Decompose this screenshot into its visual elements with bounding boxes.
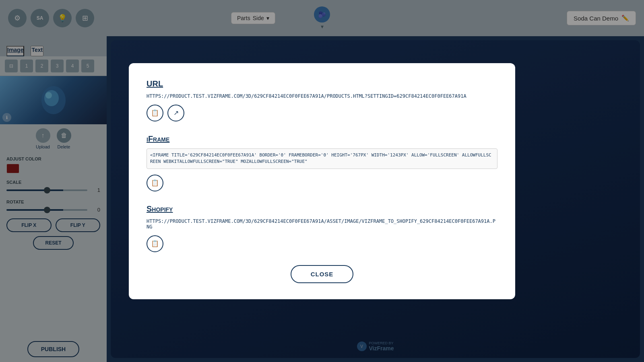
close-button[interactable]: Close: [291, 265, 354, 283]
shopify-copy-button[interactable]: 📋: [147, 235, 163, 252]
url-section-title: URL: [147, 79, 497, 88]
url-open-button[interactable]: ↗: [167, 105, 184, 121]
external-link-icon: ↗: [173, 109, 179, 117]
iframe-section-title: iFrame: [147, 134, 497, 144]
shopify-clipboard-icon: 📋: [151, 240, 159, 247]
modal-close-row: Close: [147, 265, 497, 283]
url-btn-row: 📋 ↗: [147, 105, 497, 121]
clipboard-icon: 📋: [151, 109, 159, 117]
modal-dialog: URL HTTPS://PRODUCT.TEST.VIZFRAME.COM/3D…: [129, 63, 515, 299]
shopify-section: Shopify HTTPS://PRODUCT.TEST.VIZFRAME.CO…: [147, 204, 497, 252]
shopify-btn-row: 📋: [147, 235, 497, 252]
url-copy-button[interactable]: 📋: [147, 105, 163, 121]
iframe-code-text: <IFRAME TITLE='629CF84214EC0F0FEE67A91A'…: [147, 148, 497, 169]
iframe-copy-button[interactable]: 📋: [147, 175, 163, 191]
shopify-section-title: Shopify: [147, 204, 497, 214]
modal-overlay: URL HTTPS://PRODUCT.TEST.VIZFRAME.COM/3D…: [0, 0, 644, 362]
iframe-section: iFrame <IFRAME TITLE='629CF84214EC0F0FEE…: [147, 134, 497, 191]
url-section: URL HTTPS://PRODUCT.TEST.VIZFRAME.COM/3D…: [147, 79, 497, 121]
url-text: HTTPS://PRODUCT.TEST.VIZFRAME.COM/3D/629…: [147, 93, 497, 99]
iframe-btn-row: 📋: [147, 175, 497, 191]
iframe-clipboard-icon: 📋: [151, 179, 159, 187]
shopify-url-text: HTTPS://PRODUCT.TEST.VIZFRAME.COM/3D/629…: [147, 218, 497, 230]
